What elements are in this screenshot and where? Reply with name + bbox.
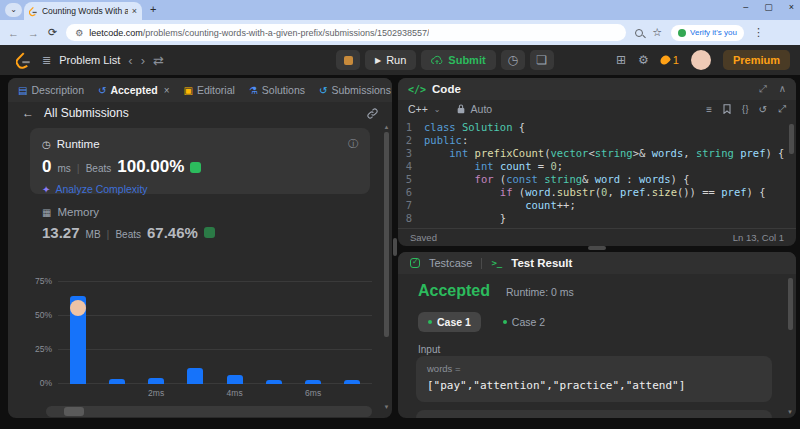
tab-submissions[interactable]: ↺ Submissions xyxy=(319,84,391,96)
reload-icon[interactable]: ⟳ xyxy=(48,26,57,39)
browser-menu-icon[interactable]: ⋮ xyxy=(753,26,764,39)
search-icon[interactable] xyxy=(635,29,643,37)
scroll-down-icon[interactable]: ▼ xyxy=(787,409,793,415)
chart-zoom-brush[interactable] xyxy=(46,406,372,417)
brush-handle[interactable] xyxy=(64,407,84,416)
case-2-button[interactable]: Case 2 xyxy=(493,312,555,332)
autocomplete-label[interactable]: Auto xyxy=(471,103,493,115)
vertical-resize-handle[interactable] xyxy=(393,238,397,256)
debug-button[interactable] xyxy=(336,50,360,70)
line-number: 2 xyxy=(398,134,424,147)
verify-button[interactable]: Verify it's you xyxy=(671,25,744,41)
memory-value: 13.27 xyxy=(42,224,80,241)
x-axis-tick: 2ms xyxy=(148,388,164,398)
random-problem-icon[interactable]: ⇄ xyxy=(153,53,164,68)
tab-close-icon[interactable]: × xyxy=(132,6,137,16)
code-line[interactable]: 6 if (word.substr(0, pref.size()) == pre… xyxy=(398,186,796,199)
submit-button[interactable]: Submit xyxy=(421,50,495,70)
analyze-complexity-link[interactable]: ✦ Analyze Complexity xyxy=(42,183,358,195)
code-line[interactable]: 4 int count = 0; xyxy=(398,160,796,173)
layout-grid-icon[interactable]: ⊞ xyxy=(616,53,626,67)
window-close-button[interactable]: × xyxy=(789,2,794,12)
case-label: Case 2 xyxy=(512,316,545,328)
tab-test-result[interactable]: Test Result xyxy=(511,257,572,269)
window-maximize-button[interactable]: ▢ xyxy=(764,2,773,12)
prev-problem-icon[interactable]: ‹ xyxy=(128,53,132,68)
scroll-down-icon[interactable]: ▼ xyxy=(383,404,390,410)
runtime-bar[interactable] xyxy=(305,380,321,384)
runtime-bar[interactable] xyxy=(187,368,203,384)
bookmark-star-icon[interactable]: ☆ xyxy=(652,26,662,39)
testcase-check-icon xyxy=(410,258,420,268)
bar-slot xyxy=(254,248,293,384)
user-avatar-marker[interactable] xyxy=(70,300,86,316)
code-editor[interactable]: 1class Solution {2public:3 int prefixCou… xyxy=(398,118,796,225)
forward-icon[interactable]: → xyxy=(28,27,39,39)
back-arrow-icon[interactable]: ← xyxy=(22,106,34,120)
runtime-bar[interactable] xyxy=(227,375,243,384)
editor-scrollbar-thumb[interactable] xyxy=(789,124,794,154)
tab-description[interactable]: ▤ Description xyxy=(18,84,84,96)
submission-panel: ▤ Description ↺ Accepted × ▣ Editorial ⚗… xyxy=(8,78,392,418)
url-bar[interactable]: ⚙ leetcode.com/problems/counting-words-w… xyxy=(66,24,626,41)
memory-block[interactable]: ▦ Memory 13.27 MB | Beats 67.46% xyxy=(42,206,362,241)
result-scrollbar-thumb[interactable] xyxy=(788,278,793,330)
next-problem-icon[interactable]: › xyxy=(141,53,145,68)
code-line[interactable]: 3 int prefixCount(vector<string>& words,… xyxy=(398,147,796,160)
tab-editorial[interactable]: ▣ Editorial xyxy=(183,84,234,96)
window-minimize-button[interactable]: – xyxy=(743,2,748,12)
braces-icon[interactable]: { } xyxy=(742,104,748,114)
settings-gear-icon[interactable]: ⚙ xyxy=(638,53,649,67)
language-select[interactable]: C++ xyxy=(408,103,428,115)
leetcode-logo[interactable] xyxy=(16,52,32,69)
premium-button[interactable]: Premium xyxy=(723,50,790,70)
site-settings-icon[interactable]: ⚙ xyxy=(75,28,83,38)
format-icon[interactable]: ≡ xyxy=(706,104,712,115)
avatar[interactable] xyxy=(691,50,711,70)
problem-list-link[interactable]: Problem List xyxy=(59,54,120,66)
browser-toolbar: ← → ⟳ ⚙ leetcode.com/problems/counting-w… xyxy=(0,20,800,45)
runtime-bar[interactable] xyxy=(344,380,360,384)
browser-tab[interactable]: Counting Words With a Given × xyxy=(24,2,142,20)
verify-label: Verify it's you xyxy=(690,28,737,37)
share-link-icon[interactable] xyxy=(367,108,378,119)
reset-icon[interactable]: ↺ xyxy=(759,104,767,115)
case-1-button[interactable]: Case 1 xyxy=(418,312,481,332)
scrollbar-thumb[interactable] xyxy=(384,132,389,337)
scroll-up-icon[interactable]: ▲ xyxy=(383,124,390,130)
timer-button[interactable]: ◷ xyxy=(501,50,525,70)
info-icon[interactable]: ⓘ xyxy=(348,137,358,151)
fullscreen-icon[interactable]: ⤢ xyxy=(759,83,767,95)
tab-search-chevron-icon[interactable]: ⌄ xyxy=(5,3,22,17)
runtime-bar[interactable] xyxy=(266,380,282,384)
input-field-pref[interactable]: pref = xyxy=(416,410,772,418)
runtime-card: ◷ Runtime ⓘ 0 ms | Beats 100.00% ✦ Analy… xyxy=(30,128,370,194)
tab-title: Counting Words With a Given xyxy=(42,6,128,16)
code-line[interactable]: 8 } xyxy=(398,212,796,225)
left-panel-scrollbar[interactable]: ▲ ▼ xyxy=(383,124,390,410)
code-line[interactable]: 7 count++; xyxy=(398,199,796,212)
tab-testcase[interactable]: Testcase xyxy=(429,257,472,269)
runtime-bar[interactable] xyxy=(148,378,164,384)
expand-icon[interactable]: ⤢ xyxy=(778,103,786,115)
save-status: Saved xyxy=(410,232,437,243)
code-line[interactable]: 5 for (const string& word : words) { xyxy=(398,173,796,186)
code-line[interactable]: 2public: xyxy=(398,134,796,147)
tab-solutions[interactable]: ⚗ Solutions xyxy=(249,84,305,96)
streak-counter[interactable]: 1 xyxy=(661,54,679,66)
collapse-icon[interactable]: ∧ xyxy=(779,83,786,95)
input-field-words[interactable]: words = ["pay","attention","practice","a… xyxy=(416,356,772,402)
run-button[interactable]: ▶ Run xyxy=(365,50,416,70)
bar-slot: 4ms xyxy=(215,248,254,384)
problem-list-icon[interactable]: ≣ xyxy=(42,54,51,67)
close-tab-icon[interactable]: × xyxy=(164,85,170,96)
runtime-bar[interactable] xyxy=(109,379,125,384)
code-line[interactable]: 1class Solution { xyxy=(398,121,796,134)
notes-button[interactable]: ❏ xyxy=(530,50,554,70)
new-tab-button[interactable]: + xyxy=(150,3,156,15)
tab-accepted[interactable]: ↺ Accepted × xyxy=(98,84,170,96)
bookmark-icon[interactable] xyxy=(723,104,731,114)
description-icon: ▤ xyxy=(18,85,27,96)
horizontal-resize-handle[interactable] xyxy=(588,246,606,250)
back-icon[interactable]: ← xyxy=(8,27,19,39)
